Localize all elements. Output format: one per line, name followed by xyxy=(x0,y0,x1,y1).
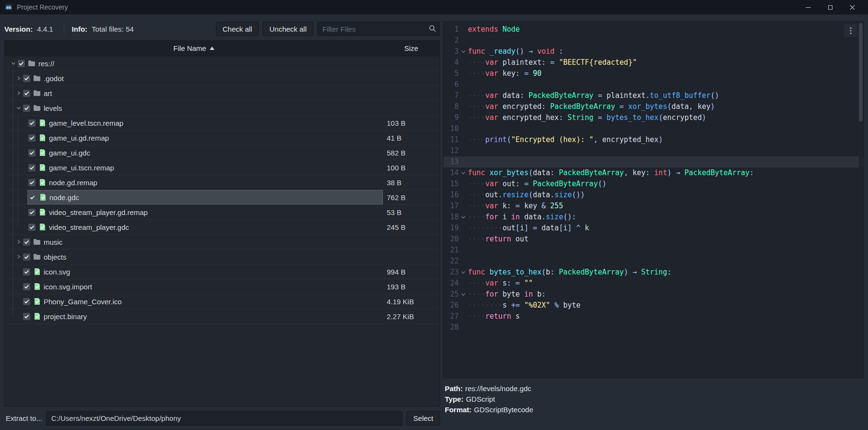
tree-row-file[interactable]: project.binary2.27 KiB xyxy=(5,309,440,324)
code-fold-icon xyxy=(461,292,466,297)
tree-row-area[interactable]: icon.svg xyxy=(22,264,383,279)
tree-row-area[interactable]: objects xyxy=(22,250,383,264)
tree-row-area[interactable]: video_stream_player.gd.remap xyxy=(27,205,383,219)
code-line-current: 13 xyxy=(443,156,863,167)
checkbox-checked[interactable] xyxy=(23,90,30,97)
line-number: 11 xyxy=(443,134,459,145)
select-button[interactable]: Select xyxy=(406,411,440,426)
maximize-button[interactable] xyxy=(819,0,841,14)
uncheck-all-button[interactable]: Uncheck all xyxy=(262,22,313,36)
tree-row-area[interactable]: project.binary xyxy=(22,309,383,323)
code-text: func _ready() → void : xyxy=(468,46,863,57)
file-checked-icon xyxy=(39,208,46,216)
tree-row-file[interactable]: video_stream_player.gdc245 B xyxy=(5,220,440,235)
checkbox-checked[interactable] xyxy=(23,105,30,112)
file-icon xyxy=(38,119,46,127)
tree-row-file[interactable]: game_ui.gdc582 B xyxy=(5,145,440,160)
checkbox-checked[interactable] xyxy=(23,239,30,246)
tree-indent-spacer xyxy=(20,119,27,127)
column-header-file-name[interactable]: File Name xyxy=(5,44,383,52)
tree-row-area[interactable]: game_level.tscn.remap xyxy=(27,116,383,130)
checkbox-checked[interactable] xyxy=(28,134,36,142)
code-fold-toggle[interactable] xyxy=(459,167,468,179)
extract-path-input[interactable] xyxy=(46,411,403,426)
checkbox-checked[interactable] xyxy=(23,313,30,320)
gutter-spacer xyxy=(459,245,468,256)
file-name-label: levels xyxy=(44,104,62,112)
tree-row-file[interactable]: game_ui.gd.remap41 B xyxy=(5,131,440,145)
tree-expand-toggle[interactable] xyxy=(15,75,22,82)
checkbox-checked[interactable] xyxy=(18,60,25,67)
tree-row-area[interactable]: icon.svg.import xyxy=(22,279,383,294)
code-fold-toggle[interactable] xyxy=(459,289,468,300)
tree-row-folder[interactable]: music xyxy=(5,235,440,250)
tree-row-area[interactable]: game_ui.tscn.remap xyxy=(27,160,383,175)
tree-row-file[interactable]: icon.svg994 B xyxy=(5,264,440,279)
tree-row-file[interactable]: node.gdc762 B xyxy=(5,190,440,205)
tree-row-area[interactable]: Phony_Game_Cover.ico xyxy=(22,294,383,309)
tree-row-file[interactable]: game_level.tscn.remap103 B xyxy=(5,116,440,131)
tree-row-area[interactable]: game_ui.gdc xyxy=(27,145,383,160)
file-name-label: game_ui.gd.remap xyxy=(49,134,109,142)
checkbox-checked[interactable] xyxy=(28,119,36,127)
code-line: 16····out.resize(data.size()) xyxy=(443,190,863,201)
code-text: ····return s xyxy=(468,311,863,322)
close-button[interactable] xyxy=(841,0,863,14)
checkbox-checked[interactable] xyxy=(23,298,30,305)
tree-row-folder[interactable]: res:// xyxy=(5,56,440,71)
file-size-value: 762 B xyxy=(383,190,440,204)
kebab-menu-icon xyxy=(850,27,852,35)
chevron-right-icon xyxy=(16,254,22,260)
line-number: 3 xyxy=(443,46,459,57)
tree-row-area[interactable]: music xyxy=(22,235,383,249)
tree-row-file[interactable]: game_ui.tscn.remap100 B xyxy=(5,160,440,175)
checkbox-checked[interactable] xyxy=(23,268,30,275)
tree-expand-toggle[interactable] xyxy=(15,90,22,97)
tree-row-area[interactable]: game_ui.gd.remap xyxy=(27,131,383,145)
file-name-label: node.gdc xyxy=(49,193,79,202)
tree-row-folder[interactable]: objects xyxy=(5,250,440,264)
extract-to-button[interactable]: Extract to... xyxy=(4,414,42,422)
checkbox-checked[interactable] xyxy=(28,224,36,231)
checkbox-checked[interactable] xyxy=(28,209,36,216)
editor-menu-button[interactable] xyxy=(844,24,857,37)
check-all-button[interactable]: Check all xyxy=(216,22,259,36)
tree-row-selected-area[interactable]: node.gdc xyxy=(27,190,383,204)
checkbox-checked[interactable] xyxy=(29,194,36,201)
tree-row-area[interactable]: art xyxy=(22,86,383,100)
file-name-label: video_stream_player.gd.remap xyxy=(49,208,148,216)
code-fold-toggle[interactable] xyxy=(459,46,468,57)
tree-expand-toggle[interactable] xyxy=(10,60,17,67)
tree-row-folder[interactable]: art xyxy=(5,86,440,101)
checkbox-checked[interactable] xyxy=(28,164,36,171)
tree-row-file[interactable]: node.gd.remap38 B xyxy=(5,175,440,190)
tree-row-file[interactable]: Phony_Game_Cover.ico4.19 KiB xyxy=(5,294,440,309)
checkbox-checked[interactable] xyxy=(28,149,36,156)
tree-row-file[interactable]: video_stream_player.gd.remap53 B xyxy=(5,205,440,220)
folder-icon xyxy=(28,60,36,67)
tree-row-area[interactable]: .godot xyxy=(22,71,383,85)
checkbox-checked[interactable] xyxy=(23,75,30,82)
code-fold-toggle[interactable] xyxy=(459,267,468,278)
editor-scrollbar[interactable] xyxy=(859,22,863,375)
tree-row-file[interactable]: icon.svg.import193 B xyxy=(5,279,440,294)
tree-row-area[interactable]: video_stream_player.gdc xyxy=(27,220,383,234)
scrollbar-thumb[interactable] xyxy=(859,23,863,121)
checkbox-checked[interactable] xyxy=(23,253,30,261)
tree-expand-toggle[interactable] xyxy=(15,105,22,112)
file-checked-icon xyxy=(39,164,46,171)
column-header-size[interactable]: Size xyxy=(383,44,440,52)
tree-expand-toggle[interactable] xyxy=(15,239,22,246)
checkbox-checked[interactable] xyxy=(28,179,36,186)
tree-row-area[interactable]: levels xyxy=(22,101,383,115)
tree-row-folder[interactable]: .godot xyxy=(5,71,440,86)
tree-row-area[interactable]: res:// xyxy=(17,56,383,71)
filter-files-input[interactable] xyxy=(317,22,440,36)
line-number: 25 xyxy=(443,289,459,300)
checkbox-checked[interactable] xyxy=(23,283,30,290)
code-fold-toggle[interactable] xyxy=(459,212,468,223)
tree-expand-toggle[interactable] xyxy=(15,253,22,261)
tree-row-folder[interactable]: levels xyxy=(5,101,440,116)
minimize-button[interactable] xyxy=(797,0,819,14)
tree-row-area[interactable]: node.gd.remap xyxy=(27,175,383,190)
